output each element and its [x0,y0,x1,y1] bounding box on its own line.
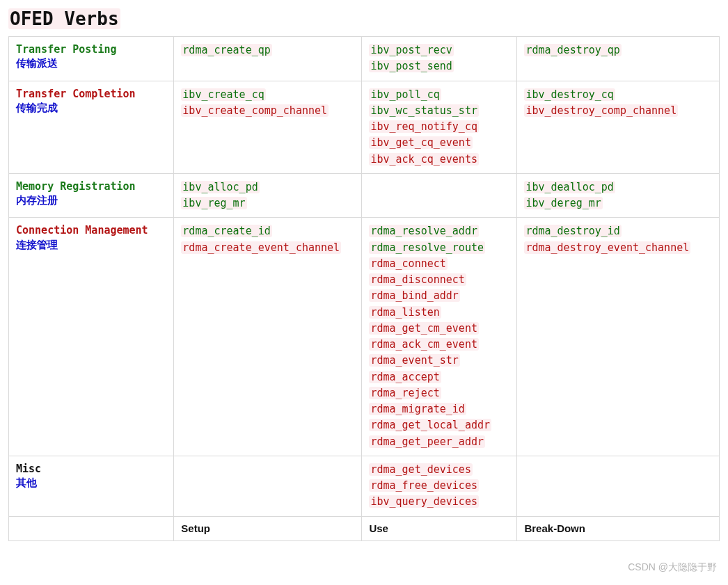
api-fn: ibv_query_devices [369,495,479,508]
api-fn: rdma_event_str [369,354,459,367]
api-fn: ibv_post_send [369,60,453,72]
cell-breakdown: rdma_destroy_idrdma_destroy_event_channe… [517,218,720,456]
api-fn: rdma_get_devices [369,463,473,476]
cell-use: ibv_poll_cqibv_wc_status_stribv_req_noti… [362,81,517,173]
api-fn: rdma_create_qp [181,44,271,56]
api-fn: rdma_destroy_id [524,225,621,237]
api-fn: ibv_wc_status_str [369,104,479,117]
api-fn: ibv_dealloc_pd [524,181,615,193]
api-fn: rdma_destroy_event_channel [524,241,690,254]
table-row: Misc其他rdma_get_devicesrdma_free_devicesi… [9,456,720,516]
api-fn: ibv_get_cq_event [369,136,473,149]
api-fn: ibv_ack_cq_events [369,153,479,166]
api-fn: rdma_listen [369,306,441,319]
category-label-en: Memory Registration [16,179,166,193]
api-fn: rdma_connect [369,257,447,270]
api-fn: ibv_dereg_mr [524,197,602,209]
table-row: Transfer Posting传输派送rdma_create_qpibv_po… [9,37,720,81]
table-row: Connection Management连接管理rdma_create_idr… [9,218,720,456]
api-fn: rdma_get_peer_addr [369,435,485,448]
api-fn: rdma_create_event_channel [181,241,341,254]
footer-setup: Setup [181,522,210,534]
cell-use [362,173,517,218]
category-label-cn: 连接管理 [16,238,166,252]
category-label-cn: 内存注册 [16,193,166,207]
api-fn: rdma_accept [369,371,441,383]
api-fn: ibv_destroy_cq [524,88,615,101]
cell-setup: rdma_create_qp [174,37,362,81]
api-fn: rdma_reject [369,387,441,399]
api-fn: ibv_alloc_pd [181,181,259,193]
category-label-en: Connection Management [16,223,166,237]
api-fn: rdma_free_devices [369,479,479,492]
api-fn: ibv_reg_mr [181,197,246,209]
api-fn: rdma_bind_addr [369,289,459,302]
category-label-en: Transfer Completion [16,87,166,101]
footer-breakdown: Break-Down [524,522,585,534]
cell-use: rdma_resolve_addrrdma_resolve_routerdma_… [362,218,517,456]
verbs-table: Transfer Posting传输派送rdma_create_qpibv_po… [8,36,720,541]
table-row: Memory Registration内存注册ibv_alloc_pdibv_r… [9,173,720,218]
api-fn: rdma_disconnect [369,273,466,286]
api-fn: ibv_create_comp_channel [181,104,329,117]
api-fn: rdma_migrate_id [369,403,466,415]
api-fn: rdma_resolve_route [369,241,485,254]
api-fn: rdma_destroy_qp [524,44,621,56]
category-label-cn: 传输派送 [16,56,166,70]
cell-setup [174,456,362,516]
api-fn: ibv_create_cq [181,88,265,101]
footer-row: Setup Use Break-Down [9,516,720,540]
api-fn: ibv_req_notify_cq [369,120,479,133]
footer-use: Use [369,522,388,534]
api-fn: ibv_post_recv [369,44,453,56]
cell-setup: ibv_create_cqibv_create_comp_channel [174,81,362,173]
cell-use: ibv_post_recvibv_post_send [362,37,517,81]
cell-setup: ibv_alloc_pdibv_reg_mr [174,173,362,218]
api-fn: ibv_destroy_comp_channel [524,104,678,117]
cell-use: rdma_get_devicesrdma_free_devicesibv_que… [362,456,517,516]
api-fn: rdma_create_id [181,225,271,237]
cell-setup: rdma_create_idrdma_create_event_channel [174,218,362,456]
category-label-cn: 传输完成 [16,101,166,115]
cell-breakdown: ibv_dealloc_pdibv_dereg_mr [517,173,720,218]
api-fn: ibv_poll_cq [369,88,441,101]
api-fn: rdma_resolve_addr [369,225,479,237]
category-label-cn: 其他 [16,476,166,490]
page-title: OFED Verbs [8,8,120,29]
cell-breakdown: rdma_destroy_qp [517,37,720,81]
table-row: Transfer Completion传输完成ibv_create_cqibv_… [9,81,720,173]
api-fn: rdma_get_cm_event [369,322,479,335]
api-fn: rdma_ack_cm_event [369,338,479,351]
api-fn: rdma_get_local_addr [369,419,491,431]
cell-breakdown: ibv_destroy_cqibv_destroy_comp_channel [517,81,720,173]
cell-breakdown [517,456,720,516]
category-label-en: Misc [16,462,166,476]
category-label-en: Transfer Posting [16,42,166,56]
